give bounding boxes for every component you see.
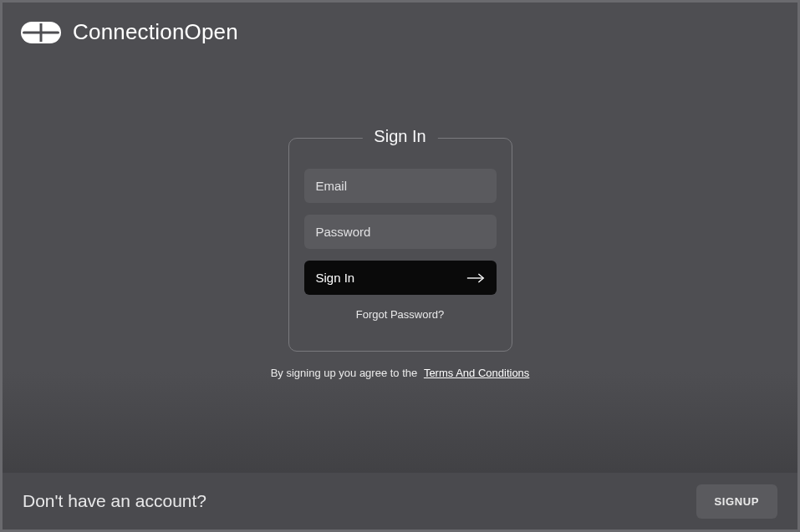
- signin-button-label: Sign In: [316, 271, 355, 285]
- main-area: Sign In Sign In Forgot Password? By sign…: [3, 3, 797, 473]
- forgot-password-link[interactable]: Forgot Password?: [304, 308, 497, 321]
- terms-line: By signing up you agree to the Terms And…: [271, 367, 530, 379]
- signin-panel: Sign In Sign In Forgot Password?: [288, 138, 512, 352]
- signup-button[interactable]: SIGNUP: [696, 484, 777, 519]
- email-field[interactable]: [304, 169, 497, 203]
- footer-bar: Don't have an account? SIGNUP: [3, 473, 797, 529]
- terms-link[interactable]: Terms And Conditions: [424, 367, 529, 379]
- password-field[interactable]: [304, 215, 497, 249]
- footer-prompt: Don't have an account?: [23, 491, 206, 511]
- arrow-right-icon: [466, 272, 485, 284]
- terms-prefix: By signing up you agree to the: [271, 367, 418, 379]
- signin-button[interactable]: Sign In: [304, 261, 497, 295]
- app-frame: ConnectionOpen Sign In Sign In Forgot Pa…: [0, 0, 800, 532]
- signin-legend: Sign In: [362, 127, 437, 146]
